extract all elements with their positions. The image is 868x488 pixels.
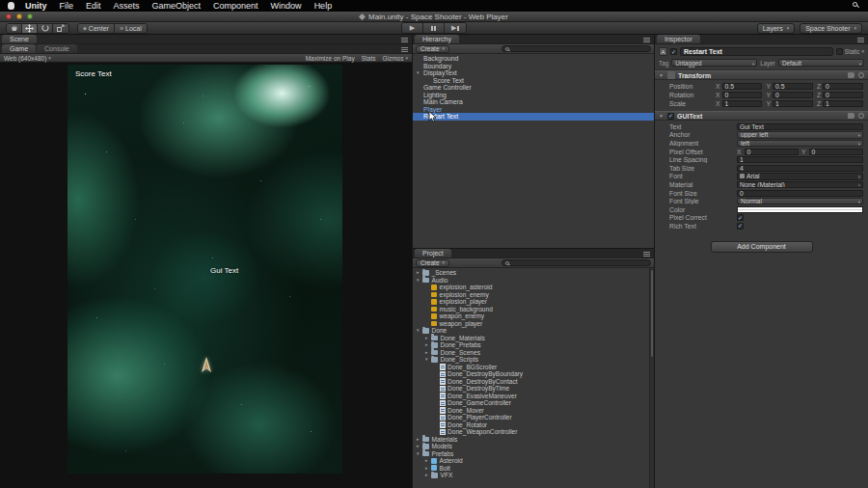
project-item[interactable]: Done_Scripts xyxy=(413,356,654,364)
apple-logo-icon[interactable] xyxy=(8,2,14,10)
project-item[interactable]: explosion_enemy xyxy=(413,291,654,299)
project-item[interactable]: Done_EvasiveManeuver xyxy=(413,393,654,400)
text-field[interactable]: Gui Text xyxy=(737,123,863,130)
hierarchy-item[interactable]: Player xyxy=(413,106,654,114)
pivot-toggle-button[interactable]: ◆Center xyxy=(78,24,115,33)
play-button[interactable]: ▶ xyxy=(402,23,423,33)
project-item[interactable]: _Scenes xyxy=(413,269,654,277)
y-value-field[interactable]: 1 xyxy=(773,100,813,107)
help-icon[interactable] xyxy=(848,113,854,119)
stats-toggle[interactable]: Stats xyxy=(362,55,376,62)
project-item[interactable]: Prefabs xyxy=(413,450,654,458)
material-object-field[interactable]: None (Material) xyxy=(737,181,863,189)
project-item[interactable]: Bolt xyxy=(413,465,654,473)
hierarchy-create-button[interactable]: Create▾ xyxy=(416,45,449,53)
transform-component-header[interactable]: ▼ Transform xyxy=(655,70,868,80)
menu-item[interactable]: Window xyxy=(271,0,302,12)
static-checkbox[interactable] xyxy=(836,48,843,55)
spotlight-search-icon[interactable] xyxy=(851,1,860,11)
hierarchy-item[interactable]: Background xyxy=(413,55,654,63)
tab-console[interactable]: Console xyxy=(37,44,77,53)
project-item[interactable]: Done_DestroyByBoundary xyxy=(413,370,654,378)
menu-item[interactable]: Edit xyxy=(86,0,101,12)
aspect-dropdown[interactable]: Web (640x480)▾ xyxy=(4,55,51,62)
project-item[interactable]: Done_DestroyByContact xyxy=(413,378,654,386)
project-item[interactable]: Done_DestroyByTime xyxy=(413,385,654,393)
project-item[interactable]: Models xyxy=(413,443,654,450)
x-value-field[interactable]: 1 xyxy=(722,100,763,107)
tab-inspector[interactable]: Inspector xyxy=(657,35,700,43)
project-item[interactable]: Done_Scenes xyxy=(413,349,654,357)
project-item[interactable]: Done_Prefabs xyxy=(413,341,654,349)
project-scrollbar[interactable] xyxy=(649,268,654,488)
hand-tool-button[interactable] xyxy=(7,24,22,33)
hierarchy-item[interactable]: Restart Text xyxy=(413,113,654,121)
scrollbar-thumb[interactable] xyxy=(651,270,653,357)
font-size-field[interactable]: 0 xyxy=(737,190,863,197)
menu-item[interactable]: Unity xyxy=(25,0,47,12)
close-window-button[interactable] xyxy=(6,14,12,19)
project-create-button[interactable]: Create▾ xyxy=(416,259,449,267)
static-toggle[interactable]: Static▾ xyxy=(836,48,864,55)
project-item[interactable]: Done xyxy=(413,327,654,335)
tab-scene[interactable]: Scene xyxy=(2,35,37,43)
layout-dropdown[interactable]: Space Shooter▾ xyxy=(800,23,862,34)
zoom-window-button[interactable] xyxy=(27,14,33,19)
line-spacing-field[interactable]: 1 xyxy=(737,156,863,163)
gear-icon[interactable] xyxy=(858,72,864,78)
project-item[interactable]: Done_WeaponController xyxy=(413,428,654,436)
project-item[interactable]: Done_Mover xyxy=(413,407,654,415)
hierarchy-item[interactable]: Score Text xyxy=(413,77,654,85)
hierarchy-item[interactable]: Lighting xyxy=(413,92,654,99)
hierarchy-item[interactable]: Boundary xyxy=(413,63,654,70)
panel-menu-icon[interactable] xyxy=(857,38,864,42)
rich-text-checkbox[interactable]: ✓ xyxy=(737,223,744,230)
z-value-field[interactable]: 1 xyxy=(823,100,863,107)
hierarchy-search-input[interactable] xyxy=(502,45,651,52)
foldout-arrow-icon[interactable]: ▼ xyxy=(659,113,665,119)
project-item[interactable]: Materials xyxy=(413,436,654,444)
layers-dropdown[interactable]: Layers▾ xyxy=(757,23,796,34)
menu-item[interactable]: GameObject xyxy=(152,0,202,12)
object-picker-icon[interactable] xyxy=(857,175,862,179)
panel-menu-icon[interactable] xyxy=(401,47,408,52)
z-value-field[interactable]: 0 xyxy=(823,83,863,90)
hierarchy-item[interactable]: DisplayText xyxy=(413,69,654,77)
z-value-field[interactable]: 0 xyxy=(823,92,863,98)
menu-item[interactable]: Component xyxy=(213,0,258,12)
scale-tool-button[interactable] xyxy=(53,24,68,33)
object-name-field[interactable]: Restart Text xyxy=(680,47,833,56)
foldout-arrow-icon[interactable] xyxy=(417,69,423,77)
pixel-offset-x-field[interactable]: 0 xyxy=(745,149,799,155)
step-button[interactable]: ▶ xyxy=(445,23,466,33)
menu-item[interactable]: File xyxy=(60,0,74,12)
project-search-input[interactable] xyxy=(502,259,651,266)
tab-hierarchy[interactable]: Hierarchy xyxy=(415,35,459,43)
project-item[interactable]: Asteroid xyxy=(413,457,654,465)
panel-menu-icon[interactable] xyxy=(643,38,650,42)
x-value-field[interactable]: 0 xyxy=(722,92,763,98)
menu-item[interactable]: Assets xyxy=(114,0,140,12)
space-toggle-button[interactable]: ⊕Local xyxy=(115,24,147,33)
project-item[interactable]: weapon_enemy xyxy=(413,312,654,320)
alignment-dropdown[interactable]: left xyxy=(737,140,863,148)
enabled-checkbox[interactable]: ✓ xyxy=(670,48,677,55)
gear-icon[interactable] xyxy=(858,113,864,119)
minimize-window-button[interactable] xyxy=(16,14,22,19)
anchor-dropdown[interactable]: upper left xyxy=(737,131,863,139)
help-icon[interactable] xyxy=(848,72,854,78)
project-item[interactable]: VFX xyxy=(413,472,654,479)
foldout-arrow-icon[interactable]: ▼ xyxy=(659,72,665,78)
project-item[interactable]: Done_GameController xyxy=(413,399,654,407)
tab-size-field[interactable]: 4 xyxy=(737,165,863,172)
guitext-component-header[interactable]: ▼ ✓ GUIText xyxy=(655,111,868,121)
project-item[interactable]: Done_BGScroller xyxy=(413,364,654,371)
hierarchy-item[interactable]: Game Controller xyxy=(413,84,654,92)
tab-project[interactable]: Project xyxy=(415,249,451,258)
tab-game[interactable]: Game xyxy=(2,44,36,53)
project-item[interactable]: explosion_asteroid xyxy=(413,284,654,291)
pause-button[interactable] xyxy=(423,23,445,33)
move-tool-button[interactable] xyxy=(22,24,38,33)
project-item[interactable]: weapon_player xyxy=(413,320,654,328)
pixel-correct-checkbox[interactable]: ✓ xyxy=(737,214,744,221)
